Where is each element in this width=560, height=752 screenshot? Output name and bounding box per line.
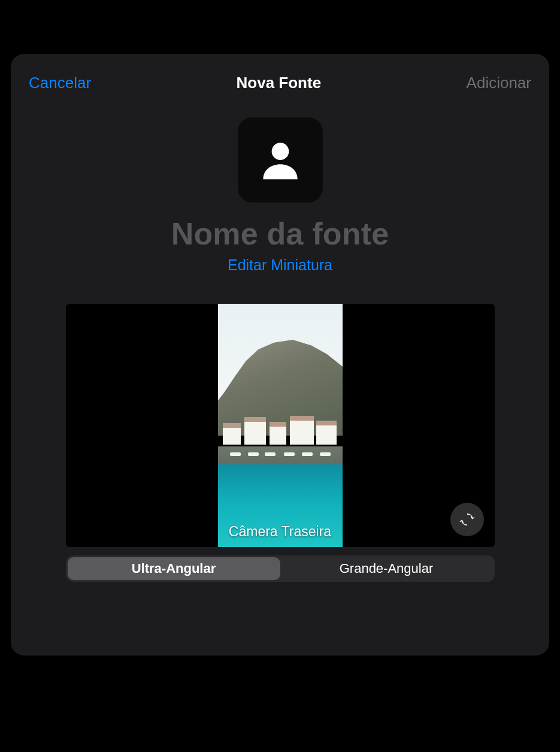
flip-camera-button[interactable]: [450, 503, 484, 536]
edit-thumbnail-button[interactable]: Editar Miniatura: [29, 256, 531, 274]
camera-flip-icon: [458, 511, 476, 528]
add-button[interactable]: Adicionar: [467, 74, 531, 92]
thumbnail-placeholder[interactable]: [238, 117, 323, 203]
camera-label: Câmera Traseira: [218, 524, 343, 540]
modal-title: Nova Fonte: [237, 74, 322, 92]
source-name-input[interactable]: Nome da fonte: [29, 216, 531, 252]
segment-ultra-wide[interactable]: Ultra-Angular: [68, 557, 280, 580]
person-icon: [255, 134, 306, 186]
segment-wide[interactable]: Grande-Angular: [280, 557, 493, 580]
svg-point-0: [271, 143, 289, 160]
cancel-button[interactable]: Cancelar: [29, 74, 91, 92]
lens-segmented-control[interactable]: Ultra-Angular Grande-Angular: [66, 555, 495, 582]
camera-preview-image: Câmera Traseira: [218, 304, 343, 547]
modal-nav-bar: Cancelar Nova Fonte Adicionar: [29, 70, 531, 96]
camera-preview: Câmera Traseira: [66, 304, 495, 547]
new-source-modal: Cancelar Nova Fonte Adicionar Nome da fo…: [11, 54, 549, 656]
